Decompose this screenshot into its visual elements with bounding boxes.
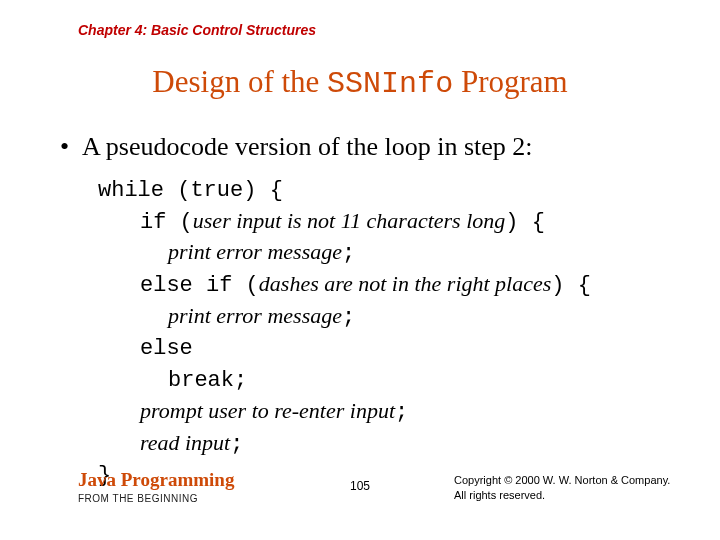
slide-title: Design of the SSNInfo Program <box>0 64 720 101</box>
copyright-line: All rights reserved. <box>454 488 670 502</box>
bullet-item: •A pseudocode version of the loop in ste… <box>60 132 533 162</box>
code-token: break; <box>168 368 247 393</box>
code-token: if ( <box>140 210 193 235</box>
copyright-block: Copyright © 2000 W. W. Norton & Company.… <box>454 473 670 502</box>
chapter-heading: Chapter 4: Basic Control Structures <box>78 22 316 38</box>
footer-subtitle: FROM THE BEGINNING <box>78 493 234 504</box>
title-pre: Design of the <box>152 64 327 99</box>
bullet-text: A pseudocode version of the loop in step… <box>82 132 533 161</box>
code-italic: read input <box>140 430 230 455</box>
bullet-marker: • <box>60 132 82 162</box>
code-token: ; <box>342 241 355 266</box>
code-token: ; <box>395 400 408 425</box>
code-token: else if ( <box>140 273 259 298</box>
code-italic: print error message <box>168 303 342 328</box>
title-post: Program <box>453 64 568 99</box>
code-italic: print error message <box>168 239 342 264</box>
code-italic: prompt user to re-enter input <box>140 398 395 423</box>
copyright-line: Copyright © 2000 W. W. Norton & Company. <box>454 473 670 487</box>
pseudocode-block: while (true) { if (user input is not 11 … <box>98 174 591 491</box>
title-code: SSNInfo <box>327 67 453 101</box>
footer-brand: Java Programming <box>78 469 234 491</box>
code-token: ) { <box>505 210 545 235</box>
code-token: ; <box>342 305 355 330</box>
code-token: else <box>140 336 193 361</box>
code-italic: dashes are not in the right places <box>259 271 552 296</box>
code-token: ) { <box>551 273 591 298</box>
footer-brand-block: Java Programming FROM THE BEGINNING <box>78 469 234 504</box>
page-number: 105 <box>350 479 370 493</box>
code-line: while (true) { <box>98 178 283 203</box>
code-token: ; <box>230 432 243 457</box>
code-italic: user input is not 11 characters long <box>193 208 505 233</box>
